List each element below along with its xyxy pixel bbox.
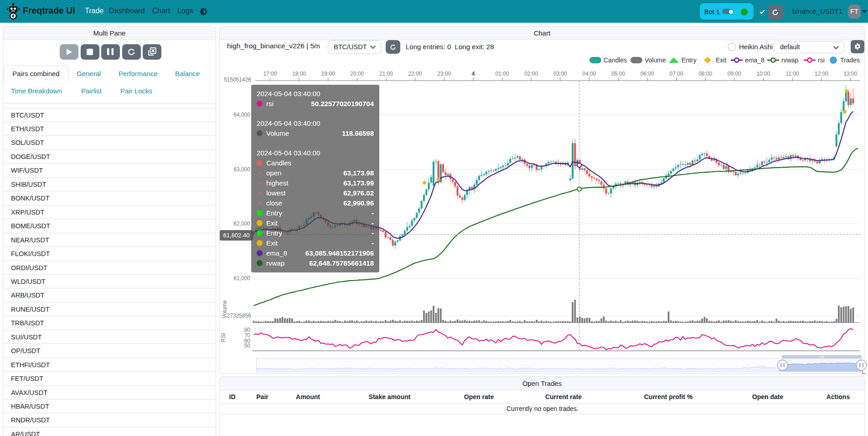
svg-text:18:00: 18:00: [292, 71, 306, 77]
svg-text:515051426: 515051426: [224, 77, 251, 83]
svg-text:02:00: 02:00: [524, 71, 538, 77]
svg-text:08:00: 08:00: [698, 71, 712, 77]
svg-text:20:00: 20:00: [350, 71, 364, 77]
svg-text:21:00: 21:00: [379, 71, 393, 77]
svg-text:Volume: Volume: [222, 300, 228, 318]
svg-text:07:00: 07:00: [669, 71, 683, 77]
svg-text:05:00: 05:00: [611, 71, 625, 77]
svg-text:04:00: 04:00: [582, 71, 596, 77]
svg-text:11:00: 11:00: [786, 71, 799, 77]
svg-text:03:00: 03:00: [553, 71, 567, 77]
svg-text:17:00: 17:00: [263, 71, 277, 77]
svg-text:12:00: 12:00: [815, 71, 828, 77]
svg-text:13:00: 13:00: [843, 71, 857, 77]
svg-text:63,000: 63,000: [233, 166, 250, 173]
svg-text:06:00: 06:00: [641, 71, 654, 77]
svg-text:61,000: 61,000: [233, 275, 250, 282]
svg-text:01:00: 01:00: [496, 71, 509, 77]
svg-text:62,000: 62,000: [233, 221, 250, 227]
svg-text:19:00: 19:00: [321, 71, 335, 77]
svg-text:4: 4: [472, 71, 475, 77]
svg-text:09:00: 09:00: [728, 71, 741, 77]
svg-text:27325856: 27325856: [227, 313, 252, 319]
svg-text:64,000: 64,000: [233, 112, 250, 118]
svg-text:22:00: 22:00: [408, 71, 422, 77]
svg-text:23:00: 23:00: [437, 71, 451, 77]
svg-text:10:00: 10:00: [756, 71, 770, 77]
svg-text:RSI: RSI: [220, 333, 227, 342]
svg-text:61,802.40: 61,802.40: [223, 232, 250, 239]
svg-text:50: 50: [244, 343, 251, 349]
